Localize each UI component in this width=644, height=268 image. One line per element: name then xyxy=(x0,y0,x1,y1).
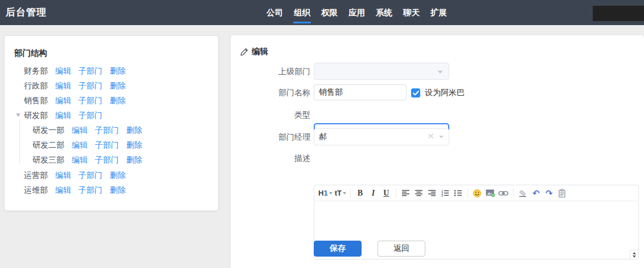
department-tree-panel: 部门结构 财务部 编辑 子部门 删除 行政部 编辑 子部门 删除 销售部 编辑 … xyxy=(4,35,219,211)
tree-row: 财务部 编辑 子部门 删除 xyxy=(5,63,218,78)
panel-title: 部门结构 xyxy=(14,48,47,59)
department-name: 研发一部 xyxy=(32,125,64,135)
main-nav: 公司 组织 权限 应用 系统 聊天 扩展 xyxy=(266,0,447,25)
x-clear-icon[interactable]: ✕ xyxy=(427,131,434,141)
sub-department-link[interactable]: 子部门 xyxy=(95,140,119,149)
chevron-down-icon xyxy=(438,71,442,74)
department-name: 行政部 xyxy=(24,81,48,90)
chevron-down-icon xyxy=(329,192,333,194)
sub-department-link[interactable]: 子部门 xyxy=(79,81,102,90)
tree-row-child: 研发二部 编辑 子部门 删除 xyxy=(5,137,218,152)
rich-text-editor: H1 tT B I U 123 xyxy=(314,185,639,259)
description-label: 描述 xyxy=(231,150,310,166)
parent-department-select[interactable] xyxy=(314,63,449,80)
delete-link[interactable]: 删除 xyxy=(110,170,126,180)
nav-item-system[interactable]: 系统 xyxy=(376,0,392,25)
insert-image-icon[interactable] xyxy=(484,187,497,200)
editor-resize-handle[interactable] xyxy=(630,250,638,259)
eraser-icon[interactable] xyxy=(516,187,530,200)
sub-department-link[interactable]: 子部门 xyxy=(95,125,119,135)
tree-row: 行政部 编辑 子部门 删除 xyxy=(5,78,218,93)
nav-item-chat[interactable]: 聊天 xyxy=(403,0,420,25)
department-name: 研发三部 xyxy=(32,155,64,164)
nav-item-extensions[interactable]: 扩展 xyxy=(430,0,447,25)
sub-department-link[interactable]: 子部门 xyxy=(95,155,119,164)
department-name-label: 部门名称 xyxy=(231,84,310,101)
sub-department-link[interactable]: 子部门 xyxy=(79,111,102,120)
form-header: 编辑 xyxy=(240,46,268,57)
edit-link[interactable]: 编辑 xyxy=(72,155,88,164)
department-name: 运维部 xyxy=(24,185,48,194)
sub-department-link[interactable]: 子部门 xyxy=(79,96,102,105)
italic-icon[interactable]: I xyxy=(367,187,380,200)
department-name-input[interactable] xyxy=(314,84,407,100)
unordered-list-icon[interactable] xyxy=(452,187,465,200)
save-button[interactable]: 保存 xyxy=(314,241,362,257)
redo-icon[interactable]: ↷ xyxy=(543,187,556,200)
delete-link[interactable]: 删除 xyxy=(110,66,126,75)
nav-item-company[interactable]: 公司 xyxy=(266,0,283,25)
delete-link[interactable]: 删除 xyxy=(126,155,142,164)
edit-link[interactable]: 编辑 xyxy=(55,66,71,75)
undo-icon[interactable]: ↶ xyxy=(530,187,543,200)
checkbox-checked-icon[interactable] xyxy=(411,88,420,98)
manager-label: 部门经理 xyxy=(231,128,310,145)
sub-department-link[interactable]: 子部门 xyxy=(79,170,102,180)
editor-content[interactable] xyxy=(314,202,638,259)
tree-row: 运营部 编辑 子部门 删除 xyxy=(5,168,218,182)
amoeba-checkbox-row[interactable]: 设为阿米巴 xyxy=(411,85,465,101)
back-button[interactable]: 返回 xyxy=(378,241,425,257)
font-size-dropdown-icon[interactable]: tT xyxy=(334,187,347,200)
insert-link-icon[interactable] xyxy=(497,187,510,200)
department-name: 研发二部 xyxy=(32,140,64,149)
nav-item-organization[interactable]: 组织 xyxy=(294,0,310,25)
app-title: 后台管理 xyxy=(6,0,47,25)
edit-link[interactable]: 编辑 xyxy=(55,170,71,180)
edit-form-panel: 编辑 上级部门 部门名称 设为阿米巴 类型 利润型 部门经理 ✕ 描述 H1 xyxy=(231,35,644,268)
collapse-triangle-icon[interactable] xyxy=(16,113,20,117)
edit-link[interactable]: 编辑 xyxy=(55,96,71,105)
topbar: 后台管理 公司 组织 权限 应用 系统 聊天 扩展 xyxy=(0,0,644,25)
svg-text:3: 3 xyxy=(441,194,443,197)
triangle-down-icon xyxy=(633,255,636,258)
emoji-icon[interactable] xyxy=(471,187,484,200)
department-name: 财务部 xyxy=(24,66,48,75)
user-area-redacted xyxy=(593,6,644,21)
amoeba-checkbox-label: 设为阿米巴 xyxy=(425,88,465,98)
delete-link[interactable]: 删除 xyxy=(126,140,142,149)
nav-item-permissions[interactable]: 权限 xyxy=(321,0,338,25)
editor-toolbar: H1 tT B I U 123 xyxy=(314,185,638,201)
align-center-icon[interactable] xyxy=(412,187,425,200)
form-header-label: 编辑 xyxy=(252,46,268,57)
department-name: 销售部 xyxy=(24,96,48,105)
ordered-list-icon[interactable]: 123 xyxy=(438,187,452,200)
department-name: 研发部 xyxy=(24,111,48,120)
department-tree: 财务部 编辑 子部门 删除 行政部 编辑 子部门 删除 销售部 编辑 子部门 删… xyxy=(5,63,218,197)
toolbar-separator xyxy=(396,189,396,198)
tree-row: 运维部 编辑 子部门 删除 xyxy=(5,182,218,197)
sub-department-link[interactable]: 子部门 xyxy=(79,66,102,75)
align-left-icon[interactable] xyxy=(399,187,412,200)
edit-link[interactable]: 编辑 xyxy=(72,125,88,135)
clipboard-icon[interactable] xyxy=(556,187,569,200)
edit-link[interactable]: 编辑 xyxy=(55,185,71,194)
tree-row-child: 研发三部 编辑 子部门 删除 xyxy=(5,152,218,167)
delete-link[interactable]: 删除 xyxy=(110,96,126,105)
edit-link[interactable]: 编辑 xyxy=(55,81,71,90)
align-right-icon[interactable] xyxy=(425,187,438,200)
underline-icon[interactable]: U xyxy=(380,187,393,200)
delete-link[interactable]: 删除 xyxy=(110,185,126,194)
heading-dropdown-icon[interactable]: H1 xyxy=(317,187,334,200)
department-name: 运营部 xyxy=(24,170,48,180)
toolbar-separator xyxy=(513,189,514,198)
sub-department-link[interactable]: 子部门 xyxy=(79,185,102,194)
delete-link[interactable]: 删除 xyxy=(126,125,142,135)
edit-link[interactable]: 编辑 xyxy=(72,140,88,149)
nav-item-applications[interactable]: 应用 xyxy=(348,0,365,25)
tree-row: 销售部 编辑 子部门 删除 xyxy=(5,93,218,108)
toolbar-separator xyxy=(350,189,351,198)
triangle-up-icon xyxy=(633,252,636,254)
delete-link[interactable]: 删除 xyxy=(110,81,126,90)
bold-icon[interactable]: B xyxy=(354,187,367,200)
edit-link[interactable]: 编辑 xyxy=(55,111,71,120)
